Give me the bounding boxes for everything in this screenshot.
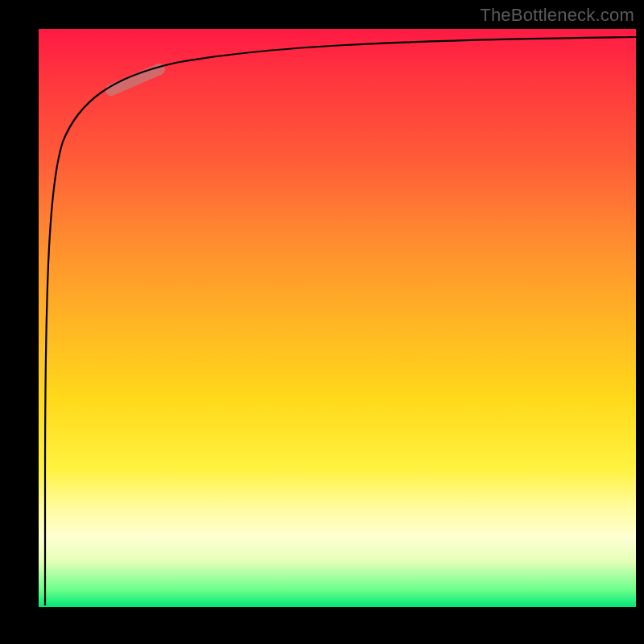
- curve-layer: [39, 29, 636, 607]
- chart-frame: TheBottleneck.com: [0, 0, 644, 644]
- bottleneck-curve: [45, 37, 636, 605]
- watermark-text: TheBottleneck.com: [480, 5, 634, 26]
- plot-area: [39, 29, 636, 607]
- highlight-segment: [111, 69, 159, 90]
